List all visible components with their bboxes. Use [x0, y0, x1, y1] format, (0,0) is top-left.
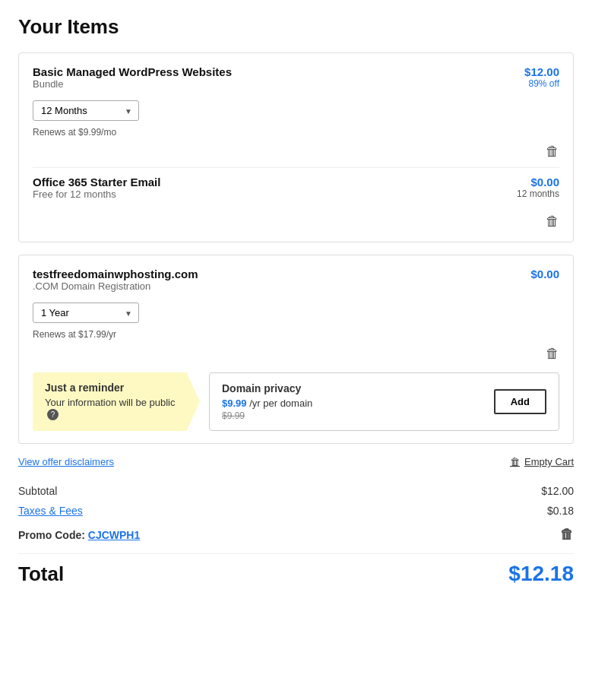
domain-privacy-info: Domain privacy $9.99 /yr per domain $9.9…	[222, 382, 312, 421]
footer-actions: View offer disclaimers 🗑 Empty Cart	[18, 456, 574, 467]
year-select-wrap[interactable]: 1 Year 2 Years 5 Years	[33, 302, 139, 323]
wordpress-renews-text: Renews at $9.99/mo	[33, 127, 559, 138]
months-select[interactable]: 12 Months 24 Months 1 Month 6 Months	[33, 100, 139, 121]
reminder-question-icon[interactable]: ?	[47, 409, 59, 420]
domain-price-main: $0.00	[530, 268, 559, 280]
wordpress-delete-row: 🗑	[33, 144, 559, 160]
subtotal-row: Subtotal $12.00	[18, 481, 574, 501]
wordpress-item-name: Basic Managed WordPress Websites	[33, 65, 232, 78]
domain-item-info: testfreedomainwphosting.com .COM Domain …	[33, 268, 198, 299]
wordpress-price-discount: 89% off	[524, 78, 559, 89]
taxes-label[interactable]: Taxes & Fees	[18, 505, 83, 517]
wordpress-price-main: $12.00	[524, 65, 559, 78]
office365-price-main: $0.00	[530, 176, 559, 188]
domain-price: $0.00	[530, 268, 559, 280]
domain-privacy-add-button[interactable]: Add	[494, 389, 546, 414]
subtotal-label: Subtotal	[18, 485, 57, 497]
view-disclaimers-link[interactable]: View offer disclaimers	[18, 456, 114, 467]
domain-privacy-price-unit: /yr per domain	[249, 398, 312, 409]
promo-code-value[interactable]: CJCWPH1	[88, 529, 140, 541]
card-wordpress-office: Basic Managed WordPress Websites Bundle …	[18, 52, 574, 242]
office365-delete-row: 🗑	[33, 214, 559, 230]
wordpress-delete-icon[interactable]: 🗑	[546, 144, 559, 160]
domain-privacy-box: Domain privacy $9.99 /yr per domain $9.9…	[209, 372, 559, 431]
domain-renews-text: Renews at $17.99/yr	[33, 329, 559, 340]
reminder-title: Just a reminder	[45, 382, 188, 394]
year-select[interactable]: 1 Year 2 Years 5 Years	[33, 302, 139, 323]
office365-item-row: Office 365 Starter Email Free for 12 mon…	[33, 176, 559, 207]
wordpress-item-info: Basic Managed WordPress Websites Bundle	[33, 65, 232, 97]
office365-item-subtitle: Free for 12 months	[33, 188, 160, 200]
page-title: Your Items	[18, 15, 574, 39]
domain-delete-icon[interactable]: 🗑	[546, 346, 559, 362]
domain-privacy-old-price: $9.99	[222, 410, 312, 421]
promo-delete-icon[interactable]: 🗑	[560, 527, 574, 543]
reminder-box: Just a reminder Your information will be…	[33, 372, 200, 431]
empty-cart-label: Empty Cart	[524, 456, 574, 467]
reminder-privacy-row: Just a reminder Your information will be…	[33, 372, 559, 431]
domain-privacy-price-line: $9.99 /yr per domain	[222, 398, 312, 409]
promo-label-group: Promo Code: CJCWPH1	[18, 529, 140, 541]
office365-delete-icon[interactable]: 🗑	[546, 214, 559, 230]
subtotal-value: $12.00	[541, 485, 574, 497]
total-row: Total $12.18	[18, 553, 574, 589]
card-domain: testfreedomainwphosting.com .COM Domain …	[18, 255, 574, 444]
wordpress-item-row: Basic Managed WordPress Websites Bundle …	[33, 65, 559, 97]
wordpress-item-subtitle: Bundle	[33, 78, 232, 90]
promo-label: Promo Code:	[18, 529, 85, 541]
total-amount: $12.18	[508, 562, 574, 586]
total-label: Total	[18, 562, 64, 586]
domain-privacy-price: $9.99	[222, 398, 247, 409]
summary-section: Subtotal $12.00 Taxes & Fees $0.18 Promo…	[18, 481, 574, 589]
domain-privacy-title: Domain privacy	[222, 382, 312, 394]
office365-price-months: 12 months	[517, 188, 559, 199]
empty-cart-button[interactable]: 🗑 Empty Cart	[510, 456, 574, 467]
domain-subtitle: .COM Domain Registration	[33, 280, 198, 292]
office365-item-info: Office 365 Starter Email Free for 12 mon…	[33, 176, 160, 207]
domain-item-row: testfreedomainwphosting.com .COM Domain …	[33, 268, 559, 299]
card1-divider	[33, 167, 559, 168]
taxes-row: Taxes & Fees $0.18	[18, 501, 574, 521]
domain-name: testfreedomainwphosting.com	[33, 268, 198, 280]
wordpress-item-price: $12.00 89% off	[524, 65, 559, 89]
taxes-value: $0.18	[547, 505, 574, 517]
office365-item-name: Office 365 Starter Email	[33, 176, 160, 188]
months-select-wrap[interactable]: 12 Months 24 Months 1 Month 6 Months	[33, 100, 139, 121]
empty-cart-trash-icon: 🗑	[510, 456, 520, 467]
reminder-text: Your information will be public ?	[45, 397, 188, 420]
domain-delete-row: 🗑	[33, 346, 559, 362]
promo-row: Promo Code: CJCWPH1 🗑	[18, 521, 574, 549]
office365-item-price: $0.00 12 months	[517, 176, 559, 199]
